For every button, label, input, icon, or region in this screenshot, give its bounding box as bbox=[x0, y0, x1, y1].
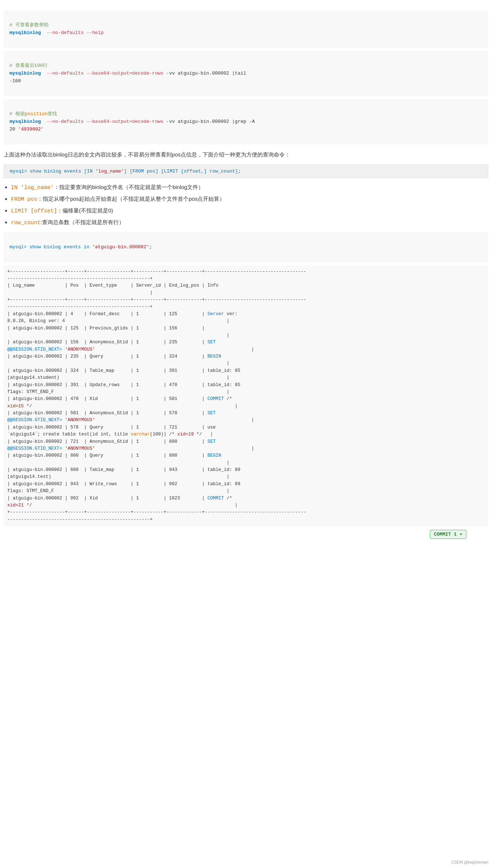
bullet-keyword-2: LIMIT [offset] bbox=[11, 208, 57, 214]
table-row-8: | atguigu-bin.000002 | 578 | Query | 1 |… bbox=[7, 425, 216, 437]
table-sep-top: +--------------------+------+-----------… bbox=[7, 269, 306, 281]
table-row-9: | atguigu-bin.000002 | 721 | Anonymous_G… bbox=[7, 439, 254, 451]
table-row-5: | atguigu-bin.000002 | 391 | Update_rows… bbox=[7, 382, 241, 395]
bullet-item-3: row_count:查询总条数（不指定就是所有行） bbox=[11, 217, 488, 229]
prose-1: 上面这种办法读取出binlog日志的全文内容比较多，不容易分辨查看到pos点信息… bbox=[4, 150, 488, 159]
table-sep-bottom: +--------------------+------+-----------… bbox=[7, 510, 306, 522]
mysql-prompt: mysql> bbox=[10, 169, 30, 174]
bullet-desc-0: ：指定要查询的binlog文件名（不指定就是第一个binlog文件） bbox=[54, 184, 204, 190]
page-wrapper: # 可查看参数帮助 mysqlbinlog --no-defaults --he… bbox=[0, 0, 492, 537]
watermark: CSDN @kejizhentan bbox=[451, 860, 488, 864]
table-row-11: | atguigu-bin.000002 | 880 | Table_map |… bbox=[7, 467, 241, 479]
bullet-item-2: LIMIT [offset]：偏移量(不指定就是0) bbox=[11, 205, 488, 217]
bullet-desc-1: ：指定从哪个pos起始点开始查起（不指定就是从整个文件首个pos点开始算） bbox=[37, 196, 225, 202]
table-row-6: | atguigu-bin.000002 | 470 | Xid | 1 | 5… bbox=[7, 396, 238, 408]
show-cmd-block: mysql> show binlog events in 'atguigu-bi… bbox=[4, 232, 488, 262]
binlog-table: +--------------------+------+-----------… bbox=[4, 265, 488, 527]
cmd-1: mysqlbinlog --no-defaults --help bbox=[10, 30, 103, 35]
table-row-10: | atguigu-bin.000002 | 800 | Query | 1 |… bbox=[7, 453, 230, 465]
table-row-3: | atguigu-bin.000002 | 235 | Query | 1 |… bbox=[7, 354, 230, 366]
cmd-2: mysqlbinlog --no-defaults --base64-outpu… bbox=[10, 71, 246, 84]
commit-badge: COMMIT 1 + bbox=[430, 530, 466, 539]
table-row-2: | atguigu-bin.000002 | 156 | Anonymous_G… bbox=[7, 340, 254, 352]
comment-3: # 根据position查找 bbox=[10, 111, 57, 117]
cmd-3: mysqlbinlog --no-defaults --base64-outpu… bbox=[10, 119, 255, 132]
syntax-box: mysql> show binlog events [IN 'log_name'… bbox=[4, 165, 488, 178]
bullet-desc-3: :查询总条数（不指定就是所有行） bbox=[41, 219, 124, 225]
table-row-7: | atguigu-bin.000002 | 501 | Anonymous_G… bbox=[7, 411, 254, 423]
table-header-row: | Log_name | Pos | Event_type | Server_i… bbox=[7, 283, 424, 295]
comment-1: # 可查看参数帮助 bbox=[10, 22, 49, 28]
table-row-13: | atguigu-bin.000002 | 992 | Xid | 1 | 1… bbox=[7, 496, 238, 508]
bullet-keyword-3: row_count bbox=[11, 220, 41, 226]
code-section-2: # 查看最后100行 mysqlbinlog --no-defaults --b… bbox=[4, 51, 488, 96]
bullet-item-0: IN 'log_name'：指定要查询的binlog文件名（不指定就是第一个bi… bbox=[11, 182, 488, 193]
code-section-3: # 根据position查找 mysqlbinlog --no-defaults… bbox=[4, 99, 488, 144]
bullet-keyword-0: IN 'log_name' bbox=[11, 185, 54, 191]
bullet-desc-2: ：偏移量(不指定就是0) bbox=[57, 207, 113, 214]
bullet-list: IN 'log_name'：指定要查询的binlog文件名（不指定就是第一个bi… bbox=[11, 182, 488, 229]
bullet-item-1: FROM pos：指定从哪个pos起始点开始查起（不指定就是从整个文件首个pos… bbox=[11, 193, 488, 205]
table-sep-mid: +--------------------+------+-----------… bbox=[7, 297, 306, 309]
table-row-4: | atguigu-bin.000002 | 324 | Table_map |… bbox=[7, 368, 241, 380]
table-row-1: | atguigu-bin.000002 | 125 | Previous_gt… bbox=[7, 326, 230, 338]
comment-2: # 查看最后100行 bbox=[10, 63, 48, 68]
bullet-keyword-1: FROM pos bbox=[11, 196, 37, 203]
table-row-12: | atguigu-bin.000002 | 943 | Write_rows … bbox=[7, 482, 241, 494]
code-section-1: # 可查看参数帮助 mysqlbinlog --no-defaults --he… bbox=[4, 10, 488, 48]
table-row-0: | atguigu-bin.000002 | 4 | Format_desc |… bbox=[7, 312, 238, 324]
